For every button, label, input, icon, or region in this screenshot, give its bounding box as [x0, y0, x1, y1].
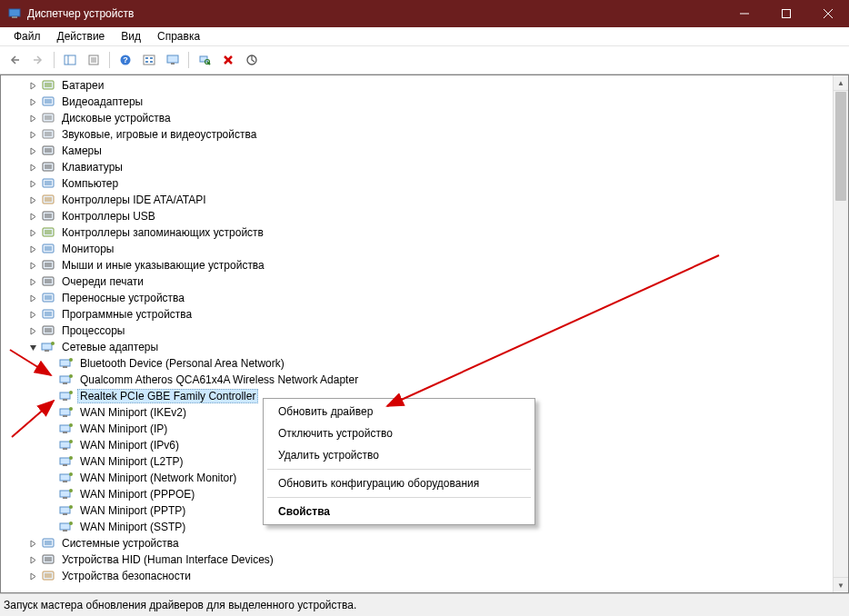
svg-rect-29 — [45, 99, 52, 104]
tree-category-7[interactable]: Контроллеры IDE ATA/ATAPI — [1, 192, 834, 208]
tree-category-13[interactable]: Переносные устройства — [1, 290, 834, 306]
tree-category-4[interactable]: Камеры — [1, 143, 834, 159]
tree-item-label: Мыши и иные указывающие устройства — [59, 258, 267, 273]
context-properties[interactable]: Свойства — [265, 501, 533, 522]
menu-help[interactable]: Справка — [149, 28, 208, 45]
tree-network-child-0[interactable]: Bluetooth Device (Personal Area Network) — [1, 355, 834, 372]
tree-category-1[interactable]: Видеоадаптеры — [1, 94, 834, 110]
tree-category-after-1[interactable]: Устройства HID (Human Interface Devices) — [1, 551, 834, 568]
tree-item-label: Realtek PCIe GBE Family Controller — [77, 389, 258, 403]
tree-spacer — [45, 439, 57, 452]
context-update-driver[interactable]: Обновить драйвер — [265, 401, 533, 422]
expand-icon[interactable] — [26, 259, 39, 272]
tree-spacer — [45, 422, 57, 435]
toolbar-remove-button[interactable] — [217, 49, 239, 71]
expand-icon[interactable] — [26, 243, 39, 255]
expand-icon[interactable] — [26, 144, 39, 157]
expand-icon[interactable] — [26, 308, 39, 321]
expand-icon[interactable] — [26, 226, 39, 239]
scroll-up-button[interactable]: ▲ — [834, 75, 848, 91]
toolbar-monitor-button[interactable] — [162, 49, 184, 71]
scroll-thumb[interactable] — [835, 92, 846, 201]
vertical-scrollbar[interactable]: ▲ ▼ — [833, 75, 848, 592]
tree-category-12[interactable]: Очереди печати — [1, 273, 834, 290]
tree-item-label: Переносные устройства — [59, 291, 187, 305]
context-disable-device[interactable]: Отключить устройство — [265, 422, 533, 444]
expand-icon[interactable] — [26, 194, 39, 206]
maximize-button[interactable] — [765, 0, 807, 27]
tree-item-label: Контроллеры запоминающих устройств — [59, 225, 266, 240]
tree-category-after-0[interactable]: Системные устройства — [1, 535, 834, 551]
svg-rect-99 — [45, 573, 52, 578]
context-delete-device[interactable]: Удалить устройство — [265, 444, 533, 466]
toolbar-refresh-button[interactable] — [241, 49, 263, 71]
menu-action[interactable]: Действие — [49, 28, 114, 45]
tree-category-6[interactable]: Компьютер — [1, 175, 834, 192]
menu-file[interactable]: Файл — [5, 28, 49, 45]
collapse-icon[interactable] — [26, 341, 39, 353]
expand-icon[interactable] — [26, 275, 39, 288]
expand-icon[interactable] — [26, 128, 39, 141]
svg-rect-53 — [45, 295, 52, 300]
toolbar-forward-button[interactable] — [27, 49, 49, 71]
expand-icon[interactable] — [26, 537, 39, 550]
tree-category-0[interactable]: Батареи — [1, 77, 834, 94]
svg-rect-80 — [63, 464, 67, 466]
expand-icon[interactable] — [26, 95, 39, 108]
tree-category-after-2[interactable]: Устройства безопасности — [1, 568, 834, 584]
expand-icon[interactable] — [26, 570, 39, 582]
tree-category-11[interactable]: Мыши и иные указывающие устройства — [1, 257, 834, 273]
mouse-icon — [41, 258, 55, 273]
svg-rect-67 — [60, 392, 70, 399]
tree-category-15[interactable]: Процессоры — [1, 323, 834, 339]
app-icon — [7, 6, 22, 21]
context-rescan[interactable]: Обновить конфигурацию оборудования — [265, 472, 533, 494]
tree-category-2[interactable]: Дисковые устройства — [1, 110, 834, 126]
tree-category-9[interactable]: Контроллеры запоминающих устройств — [1, 224, 834, 241]
toolbar-show-hide-button[interactable] — [59, 49, 81, 71]
toolbar-icons-button[interactable] — [138, 49, 160, 71]
tree-category-network[interactable]: Сетевые адаптеры — [1, 339, 834, 355]
tree-spacer — [45, 488, 57, 501]
menu-view[interactable]: Вид — [113, 28, 149, 45]
expand-icon[interactable] — [26, 177, 39, 190]
svg-rect-33 — [45, 132, 52, 136]
toolbar-properties-button[interactable] — [83, 49, 105, 71]
tree-category-5[interactable]: Клавиатуры — [1, 159, 834, 175]
expand-icon[interactable] — [26, 210, 39, 223]
tree-category-10[interactable]: Мониторы — [1, 241, 834, 257]
expand-icon[interactable] — [26, 553, 39, 566]
minimize-button[interactable] — [724, 0, 765, 27]
svg-point-72 — [69, 407, 73, 411]
svg-rect-20 — [171, 63, 175, 65]
toolbar-back-button[interactable] — [4, 49, 25, 71]
tree-network-child-1[interactable]: Qualcomm Atheros QCA61x4A Wireless Netwo… — [1, 372, 834, 388]
tree-item-label: Программные устройства — [59, 307, 195, 322]
svg-rect-3 — [783, 10, 791, 18]
tree-item-label: Дисковые устройства — [59, 111, 174, 125]
expand-icon[interactable] — [26, 112, 39, 124]
svg-rect-31 — [45, 115, 52, 120]
expand-icon[interactable] — [26, 79, 39, 92]
printer-icon — [41, 274, 55, 289]
toolbar-scan-button[interactable] — [194, 49, 215, 71]
disk-icon — [41, 111, 55, 125]
tree-spacer — [45, 521, 57, 533]
tree-category-8[interactable]: Контроллеры USB — [1, 208, 834, 224]
expand-icon[interactable] — [26, 161, 39, 174]
svg-rect-58 — [42, 343, 52, 350]
toolbar-help-button[interactable]: ? — [115, 49, 136, 71]
tree-item-label: WAN Miniport (IPv6) — [77, 438, 182, 452]
tree-category-14[interactable]: Программные устройства — [1, 306, 834, 323]
expand-icon[interactable] — [26, 292, 39, 304]
svg-rect-97 — [45, 557, 52, 561]
svg-rect-68 — [63, 399, 67, 401]
expand-icon[interactable] — [26, 324, 39, 337]
usb-icon — [41, 209, 55, 224]
close-button[interactable] — [807, 0, 849, 27]
svg-text:?: ? — [123, 55, 128, 65]
tree-category-3[interactable]: Звуковые, игровые и видеоустройства — [1, 126, 834, 143]
titlebar[interactable]: Диспетчер устройств — [0, 0, 849, 27]
scroll-down-button[interactable]: ▼ — [834, 577, 848, 592]
tree-item-label: WAN Miniport (IP) — [77, 422, 170, 436]
